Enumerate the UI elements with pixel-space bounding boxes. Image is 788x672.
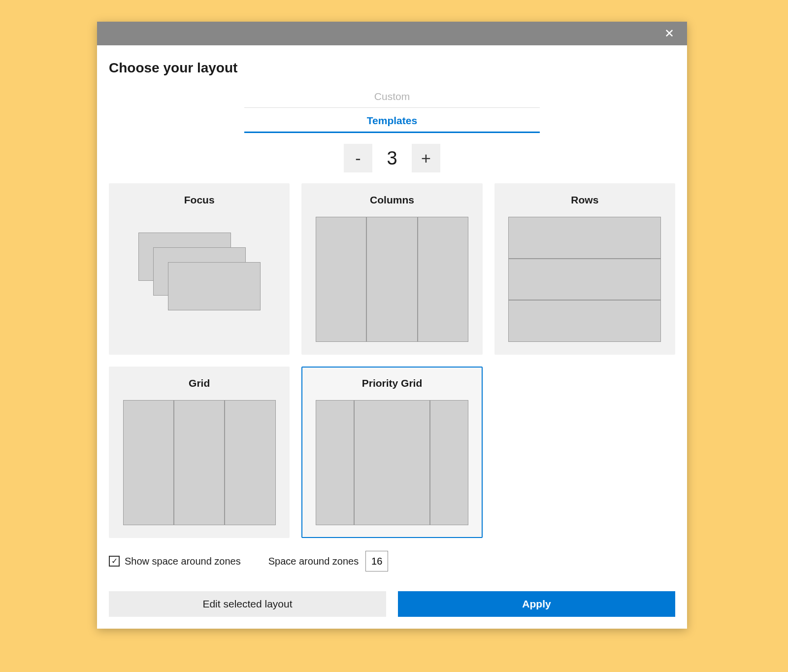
tab-templates[interactable]: Templates — [244, 110, 540, 133]
dialog-titlebar: ✕ — [97, 22, 687, 45]
show-space-label: Show space around zones — [125, 556, 241, 567]
zone-count-stepper: - 3 + — [109, 144, 675, 172]
template-title: Grid — [189, 377, 210, 389]
template-preview-columns — [316, 217, 468, 342]
close-icon[interactable]: ✕ — [660, 26, 678, 41]
dialog-body: Choose your layout Custom Templates - 3 … — [97, 45, 687, 629]
template-preview-grid — [123, 400, 276, 525]
dialog-heading: Choose your layout — [109, 60, 675, 76]
tab-custom[interactable]: Custom — [244, 86, 540, 108]
template-card-columns[interactable]: Columns — [301, 183, 482, 355]
template-card-grid[interactable]: Grid — [109, 367, 290, 538]
template-preview-focus — [123, 217, 276, 342]
template-grid: Focus Columns Rows — [109, 183, 675, 538]
template-title: Rows — [571, 194, 598, 206]
space-around-input[interactable] — [365, 551, 388, 571]
space-around-control: Space around zones — [268, 551, 388, 571]
dialog-footer: Edit selected layout Apply — [109, 591, 675, 617]
show-space-checkbox[interactable]: ✓ Show space around zones — [109, 556, 241, 567]
template-preview-priority-grid — [316, 400, 468, 525]
layout-chooser-dialog: ✕ Choose your layout Custom Templates - … — [97, 22, 687, 629]
template-title: Focus — [184, 194, 215, 206]
options-row: ✓ Show space around zones Space around z… — [109, 551, 675, 571]
apply-button[interactable]: Apply — [398, 591, 675, 617]
checkbox-icon: ✓ — [109, 556, 120, 567]
template-title: Priority Grid — [362, 377, 423, 389]
template-preview-rows — [508, 217, 661, 342]
space-around-label: Space around zones — [268, 556, 359, 567]
template-card-focus[interactable]: Focus — [109, 183, 290, 355]
template-card-rows[interactable]: Rows — [494, 183, 675, 355]
decrement-button[interactable]: - — [344, 144, 372, 172]
increment-button[interactable]: + — [412, 144, 440, 172]
zone-count-value: 3 — [382, 148, 402, 169]
template-title: Columns — [370, 194, 414, 206]
template-card-priority-grid[interactable]: Priority Grid — [301, 367, 482, 538]
edit-selected-button[interactable]: Edit selected layout — [109, 591, 386, 617]
tabs: Custom Templates — [244, 86, 540, 133]
